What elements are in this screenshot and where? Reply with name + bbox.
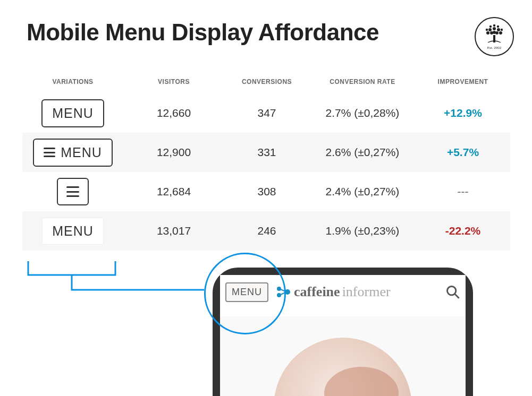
svg-point-8 (493, 31, 496, 34)
svg-point-7 (495, 31, 499, 35)
svg-point-16 (285, 289, 290, 295)
brand-mark-icon (276, 286, 292, 298)
svg-point-2 (488, 28, 492, 31)
brand-logo: caffeineinformer (276, 284, 391, 300)
phone-menu-button[interactable]: MENU (225, 282, 268, 302)
improvement-cell: +12.9% (416, 107, 510, 119)
svg-point-10 (501, 29, 503, 31)
visitors-cell: 12,900 (123, 146, 224, 159)
conversions-cell: 347 (224, 107, 309, 119)
variation-bordered-menu-text: MENU (41, 99, 104, 127)
svg-point-11 (489, 25, 492, 28)
logo-est-text: Est. 2002 (487, 46, 501, 50)
variation-cell: MENU (22, 218, 123, 245)
svg-line-17 (281, 289, 285, 291)
svg-point-5 (499, 31, 502, 35)
improvement-cell: --- (416, 185, 510, 198)
menu-label: MENU (52, 106, 94, 121)
table-row: 12,684 308 2.4% (±0,27%) --- (22, 172, 510, 211)
col-conversions: CONVERSIONS (224, 78, 309, 85)
brand-text-bold: caffeine (294, 284, 340, 300)
tree-icon (483, 23, 506, 45)
svg-point-13 (493, 24, 495, 27)
svg-line-18 (281, 292, 285, 295)
visitors-cell: 12,660 (123, 107, 224, 119)
conversions-cell: 246 (224, 225, 309, 237)
svg-point-12 (497, 25, 499, 28)
variation-cell: MENU (22, 99, 123, 127)
conversions-cell: 331 (224, 146, 309, 159)
svg-point-3 (497, 28, 500, 31)
search-icon[interactable] (445, 285, 460, 299)
hamburger-icon (44, 148, 55, 157)
conversion-rate-cell: 2.6% (±0,27%) (309, 146, 416, 159)
variation-bordered-burger-text: MENU (33, 139, 113, 167)
conversion-rate-cell: 2.4% (±0,27%) (309, 185, 416, 198)
col-variations: VARIATIONS (22, 78, 123, 85)
variation-cell (22, 178, 123, 205)
svg-point-1 (493, 27, 496, 30)
menu-label: MENU (61, 145, 102, 160)
idf-logo: Est. 2002 (475, 17, 514, 56)
table-row: MENU 13,017 246 1.9% (±0,23%) -22.2% (22, 211, 510, 251)
conversion-rate-cell: 2.7% (±0,28%) (309, 107, 416, 119)
conversions-cell: 308 (224, 185, 309, 198)
svg-rect-0 (493, 35, 495, 42)
connector-bracket (28, 261, 208, 309)
svg-line-20 (455, 294, 459, 298)
article-hero-image (274, 338, 412, 396)
table-header-row: VARIATIONS VISITORS CONVERSIONS CONVERSI… (22, 70, 510, 93)
col-visitors: VISITORS (123, 78, 224, 85)
page-title: Mobile Menu Display Affordance (27, 19, 379, 46)
phone-topbar: MENU caffeineinformer (220, 275, 466, 309)
table-row: MENU 12,660 347 2.7% (±0,28%) +12.9% (22, 93, 510, 133)
improvement-cell: -22.2% (416, 225, 510, 237)
results-table: VARIATIONS VISITORS CONVERSIONS CONVERSI… (22, 70, 510, 251)
col-conversion-rate: CONVERSION RATE (309, 78, 416, 85)
variation-cell: MENU (22, 139, 123, 167)
visitors-cell: 13,017 (123, 225, 224, 237)
phone-mockup: MENU caffeineinformer (213, 268, 473, 396)
svg-point-9 (486, 29, 488, 31)
conversion-rate-cell: 1.9% (±0,23%) (309, 225, 416, 237)
svg-point-6 (490, 31, 493, 35)
brand-text-light: informer (342, 284, 391, 300)
svg-point-15 (277, 293, 281, 297)
svg-point-14 (277, 287, 281, 291)
variation-plain-text: MENU (42, 218, 104, 245)
table-row: MENU 12,900 331 2.6% (±0,27%) +5.7% (22, 133, 510, 172)
improvement-cell: +5.7% (416, 146, 510, 159)
svg-point-19 (447, 287, 456, 295)
phone-content (220, 316, 466, 396)
hamburger-icon (66, 186, 79, 197)
variation-bordered-burger-only (57, 178, 89, 205)
visitors-cell: 12,684 (123, 185, 224, 198)
col-improvement: IMPROVEMENT (416, 78, 510, 85)
svg-point-4 (486, 31, 489, 35)
